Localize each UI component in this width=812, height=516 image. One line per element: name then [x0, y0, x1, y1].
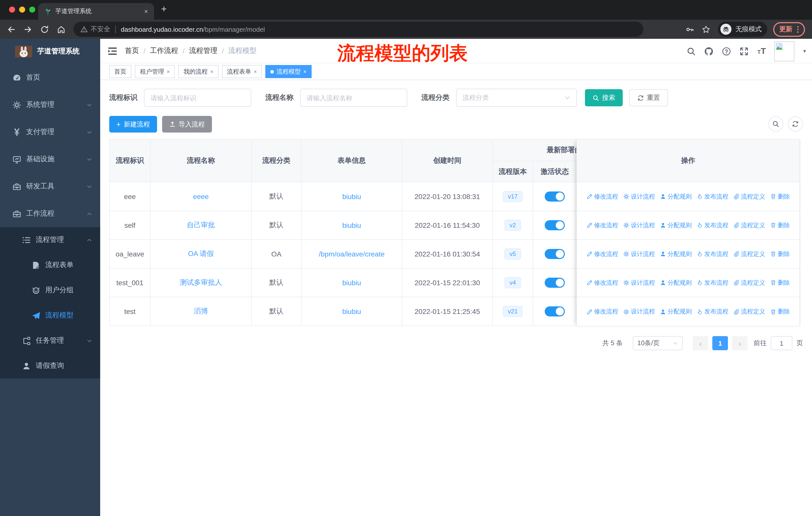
action-修改流程[interactable]: 修改流程	[586, 192, 618, 201]
action-删除[interactable]: 删除	[770, 278, 790, 287]
forward-icon[interactable]	[24, 25, 32, 33]
cell-form-info[interactable]: biubiu	[301, 297, 402, 326]
sidebar-item-系统管理[interactable]: 系统管理	[0, 91, 100, 118]
goto-page-input[interactable]	[771, 336, 792, 350]
form-info-link[interactable]: /bpm/oa/leave/create	[319, 250, 385, 258]
action-删除[interactable]: 删除	[770, 192, 790, 201]
action-分配规则[interactable]: 分配规则	[660, 307, 692, 316]
back-icon[interactable]	[7, 25, 16, 33]
action-删除[interactable]: 删除	[770, 250, 790, 258]
tag-流程模型[interactable]: 流程模型×	[265, 65, 312, 78]
next-page-button[interactable]: ›	[732, 336, 748, 350]
sidebar-item-请假查询[interactable]: 请假查询	[0, 353, 100, 378]
status-toggle[interactable]	[545, 249, 565, 259]
action-删除[interactable]: 删除	[770, 307, 790, 316]
action-流程定义[interactable]: 流程定义	[733, 307, 765, 316]
action-设计流程[interactable]: 设计流程	[623, 278, 655, 287]
traffic-light-close-icon[interactable]	[9, 6, 15, 12]
action-分配规则[interactable]: 分配规则	[660, 192, 692, 201]
action-修改流程[interactable]: 修改流程	[586, 221, 618, 229]
sidebar-item-支付管理[interactable]: 支付管理	[0, 118, 100, 146]
tag-close-icon[interactable]: ×	[303, 69, 307, 75]
process-name-link[interactable]: 滔博	[194, 307, 208, 315]
status-toggle[interactable]	[545, 220, 565, 230]
action-发布流程[interactable]: 发布流程	[697, 192, 728, 201]
action-设计流程[interactable]: 设计流程	[623, 250, 655, 258]
action-删除[interactable]: 删除	[770, 221, 790, 229]
current-page-button[interactable]: 1	[712, 336, 728, 350]
action-发布流程[interactable]: 发布流程	[697, 250, 728, 258]
font-size-icon[interactable]: TT	[757, 47, 766, 55]
process-name-input[interactable]	[300, 89, 407, 107]
cell-process-name[interactable]: 滔博	[150, 297, 252, 326]
create-process-button[interactable]: + 新建流程	[109, 116, 157, 133]
reload-icon[interactable]	[40, 25, 49, 33]
sidebar-item-基础设施[interactable]: 基础设施	[0, 146, 100, 173]
cell-active-status[interactable]	[533, 182, 577, 211]
cell-process-name[interactable]: OA 请假	[150, 240, 252, 268]
process-id-input[interactable]	[144, 89, 251, 107]
header-search-icon[interactable]	[687, 47, 696, 56]
sidebar-item-研发工具[interactable]: 研发工具	[0, 173, 100, 200]
action-流程定义[interactable]: 流程定义	[733, 192, 765, 201]
action-分配规则[interactable]: 分配规则	[660, 250, 692, 258]
reset-button[interactable]: 重置	[629, 89, 668, 106]
home-icon[interactable]	[57, 25, 65, 33]
help-icon[interactable]	[722, 47, 731, 56]
action-分配规则[interactable]: 分配规则	[660, 278, 692, 287]
cell-process-name[interactable]: eeee	[150, 182, 252, 211]
tag-流程表单[interactable]: 流程表单×	[222, 65, 262, 78]
tag-close-icon[interactable]: ×	[254, 69, 257, 75]
tag-租户管理[interactable]: 租户管理×	[135, 65, 175, 78]
prev-page-button[interactable]: ‹	[693, 336, 708, 350]
sidebar-item-流程管理[interactable]: 流程管理	[0, 227, 100, 252]
github-icon[interactable]	[704, 47, 714, 56]
sidebar-item-首页[interactable]: 首页	[0, 64, 100, 91]
process-name-link[interactable]: 自己审批	[187, 221, 215, 229]
user-avatar[interactable]	[775, 41, 794, 61]
key-icon[interactable]	[686, 25, 694, 33]
process-name-link[interactable]: 测试多审批人	[180, 278, 222, 286]
action-设计流程[interactable]: 设计流程	[623, 192, 655, 201]
action-修改流程[interactable]: 修改流程	[586, 278, 618, 287]
tag-close-icon[interactable]: ×	[167, 69, 170, 75]
sidebar-item-流程模型[interactable]: 流程模型	[0, 303, 100, 328]
traffic-light-minimize-icon[interactable]	[19, 6, 25, 12]
form-info-link[interactable]: biubiu	[342, 192, 361, 200]
import-process-button[interactable]: 导入流程	[162, 116, 212, 133]
tag-首页[interactable]: 首页	[109, 65, 132, 78]
bookmark-star-icon[interactable]	[702, 25, 710, 33]
breadcrumb-item[interactable]: 流程管理	[189, 46, 218, 55]
form-info-link[interactable]: biubiu	[342, 307, 361, 316]
breadcrumb-item[interactable]: 工作流程	[150, 46, 178, 55]
sidebar-item-工作流程[interactable]: 工作流程	[0, 200, 100, 227]
tag-我的流程[interactable]: 我的流程×	[178, 65, 219, 78]
sidebar-item-流程表单[interactable]: 流程表单	[0, 252, 100, 278]
avatar-caret-down-icon[interactable]: ▾	[803, 48, 806, 54]
action-流程定义[interactable]: 流程定义	[733, 221, 765, 229]
breadcrumb-item[interactable]: 首页	[125, 46, 139, 55]
cell-process-name[interactable]: 自己审批	[150, 211, 252, 240]
update-button[interactable]: 更新	[773, 22, 805, 36]
action-设计流程[interactable]: 设计流程	[623, 221, 655, 229]
browser-menu-icon[interactable]	[797, 25, 799, 33]
form-info-link[interactable]: biubiu	[342, 279, 361, 287]
cell-form-info[interactable]: /bpm/oa/leave/create	[301, 240, 402, 268]
traffic-light-zoom-icon[interactable]	[29, 6, 35, 12]
action-修改流程[interactable]: 修改流程	[586, 250, 618, 258]
action-流程定义[interactable]: 流程定义	[733, 250, 765, 258]
process-name-link[interactable]: eeee	[193, 192, 209, 200]
fullscreen-icon[interactable]	[740, 47, 749, 56]
status-toggle[interactable]	[545, 306, 565, 317]
action-流程定义[interactable]: 流程定义	[733, 278, 765, 287]
sidebar-item-用户分组[interactable]: 用户分组	[0, 278, 100, 303]
action-设计流程[interactable]: 设计流程	[623, 307, 655, 316]
cell-form-info[interactable]: biubiu	[301, 268, 402, 297]
status-toggle[interactable]	[545, 191, 565, 201]
action-发布流程[interactable]: 发布流程	[697, 221, 728, 229]
cell-active-status[interactable]	[533, 297, 577, 326]
action-修改流程[interactable]: 修改流程	[586, 307, 618, 316]
browser-tab[interactable]: 芋道管理系统 ×	[38, 3, 154, 20]
action-发布流程[interactable]: 发布流程	[697, 307, 728, 316]
cell-process-name[interactable]: 测试多审批人	[150, 268, 252, 297]
